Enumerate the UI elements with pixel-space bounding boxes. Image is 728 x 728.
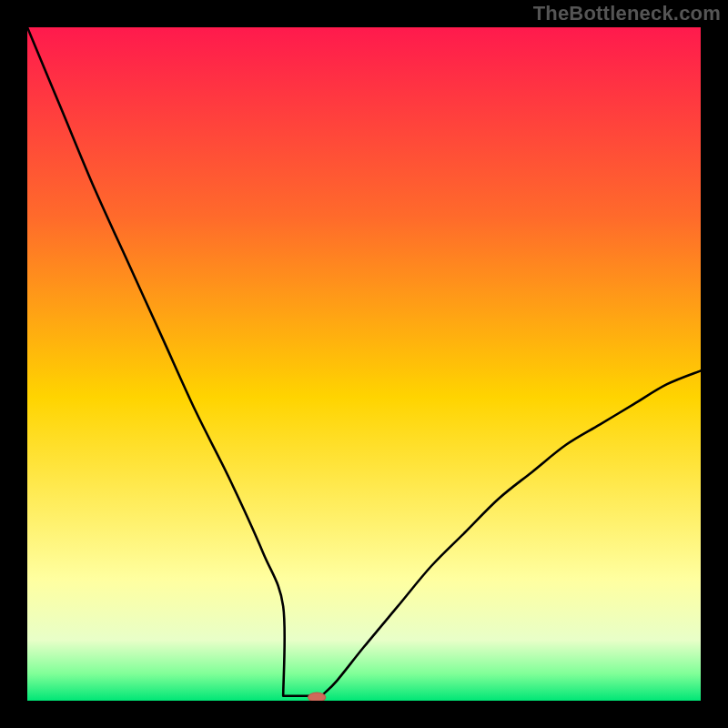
chart-background [27, 27, 701, 701]
chart-frame: TheBottleneck.com [0, 0, 728, 728]
watermark-text: TheBottleneck.com [533, 2, 721, 25]
chart-svg [27, 27, 701, 701]
plot-area [27, 27, 701, 701]
optimum-marker [308, 693, 326, 701]
